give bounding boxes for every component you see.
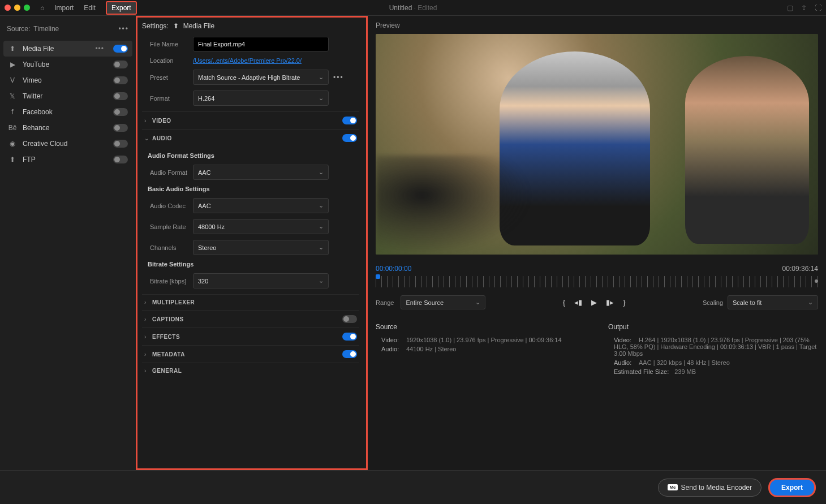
chevron-right-icon: › xyxy=(144,334,152,340)
audio-format-select[interactable]: AAC⌄ xyxy=(193,165,329,180)
youtube-icon: ▶ xyxy=(8,61,17,68)
destination-toggle[interactable] xyxy=(113,140,128,148)
destination-label: Twitter xyxy=(23,92,107,100)
timeline-ruler[interactable] xyxy=(376,276,818,287)
range-select[interactable]: Entire Source⌄ xyxy=(401,295,485,309)
sidebar-item-ftp[interactable]: ⬆FTP xyxy=(0,152,136,167)
footer-bar: Me Send to Media Encoder Export xyxy=(0,470,826,504)
section-audio[interactable]: ⌄ AUDIO xyxy=(142,129,359,147)
destination-toggle[interactable] xyxy=(113,108,128,116)
scaling-select[interactable]: Scale to fit⌄ xyxy=(728,295,818,309)
export-button[interactable]: Export xyxy=(768,478,816,497)
twitter-icon: 𝕏 xyxy=(8,92,17,100)
more-icon[interactable]: ••• xyxy=(95,45,104,53)
video-preview[interactable] xyxy=(376,34,818,255)
mark-out-icon[interactable]: } xyxy=(623,298,625,307)
chevron-right-icon: › xyxy=(144,351,152,357)
more-icon[interactable]: ••• xyxy=(118,25,129,33)
section-effects[interactable]: › EFFECTS xyxy=(142,328,359,345)
top-bar: ⌂ Import Edit Export Untitled · Edited ▢… xyxy=(0,0,826,16)
top-menu: ⌂ Import Edit Export xyxy=(40,1,137,15)
preview-label: Preview xyxy=(376,21,818,29)
home-icon[interactable]: ⌂ xyxy=(40,4,44,12)
destination-toggle[interactable] xyxy=(113,61,128,68)
chevron-down-icon: ⌄ xyxy=(319,74,324,81)
metadata-toggle[interactable] xyxy=(342,350,357,358)
section-metadata[interactable]: › METADATA xyxy=(142,345,359,363)
destination-label: FTP xyxy=(23,156,107,163)
output-info: Output Video:H.264 | 1920x1038 (1.0) | 2… xyxy=(608,323,818,377)
timecode-start[interactable]: 00:00:00:00 xyxy=(376,265,411,273)
source-selector[interactable]: Source: Timeline ••• xyxy=(0,21,136,41)
destination-toggle[interactable] xyxy=(113,156,128,163)
chevron-down-icon: ⌄ xyxy=(808,299,813,306)
chevron-down-icon: ⌄ xyxy=(319,202,324,209)
sidebar-item-twitter[interactable]: 𝕏Twitter xyxy=(0,88,136,104)
minimize-icon[interactable] xyxy=(14,5,20,11)
destination-toggle[interactable] xyxy=(113,76,128,84)
chevron-down-icon: ⌄ xyxy=(319,169,324,176)
destination-label: YouTube xyxy=(23,61,107,68)
cc-icon: ◉ xyxy=(8,140,17,148)
section-general[interactable]: › GENERAL xyxy=(142,363,359,378)
fullscreen-icon[interactable]: ⛶ xyxy=(815,4,821,12)
sample-rate-select[interactable]: 48000 Hz⌄ xyxy=(193,219,329,234)
menu-export[interactable]: Export xyxy=(106,1,137,15)
destination-toggle[interactable] xyxy=(113,45,128,53)
chevron-right-icon: › xyxy=(144,118,152,124)
section-video[interactable]: › VIDEO xyxy=(142,111,359,129)
file-name-input[interactable] xyxy=(193,37,329,51)
audio-codec-select[interactable]: AAC⌄ xyxy=(193,198,329,213)
behance-icon: Bē xyxy=(8,124,17,132)
play-icon[interactable]: ▶ xyxy=(591,298,597,307)
maximize-icon[interactable] xyxy=(24,5,30,11)
preset-more-icon[interactable]: ••• xyxy=(333,74,344,81)
step-back-icon[interactable]: ◂▮ xyxy=(574,298,582,307)
ftp-icon: ⬆ xyxy=(8,156,17,163)
chevron-right-icon: › xyxy=(144,368,152,374)
sidebar-item-behance[interactable]: BēBehance xyxy=(0,120,136,136)
chevron-down-icon: ⌄ xyxy=(475,299,480,306)
share-icon[interactable]: ⇪ xyxy=(801,4,807,12)
video-toggle[interactable] xyxy=(342,117,357,124)
sidebar-item-youtube[interactable]: ▶YouTube xyxy=(0,57,136,72)
timecode-end: 00:09:36:14 xyxy=(782,265,818,273)
media-encoder-icon: Me xyxy=(668,484,677,490)
menu-import[interactable]: Import xyxy=(54,4,74,12)
export-icon: ⬆ xyxy=(173,22,179,30)
sidebar-item-vimeo[interactable]: VVimeo xyxy=(0,72,136,88)
export-icon: ⬆ xyxy=(8,45,17,53)
section-captions[interactable]: › CAPTIONS xyxy=(142,310,359,328)
chevron-down-icon: ⌄ xyxy=(319,94,324,102)
format-select[interactable]: H.264⌄ xyxy=(193,91,329,106)
close-icon[interactable] xyxy=(5,5,11,11)
audio-toggle[interactable] xyxy=(342,134,357,142)
captions-toggle[interactable] xyxy=(342,315,357,323)
layout-icon[interactable]: ▢ xyxy=(787,4,793,12)
source-info: Source Video:1920x1038 (1.0) | 23.976 fp… xyxy=(376,323,586,377)
destination-label: Facebook xyxy=(23,108,107,116)
channels-select[interactable]: Stereo⌄ xyxy=(193,240,329,255)
preset-select[interactable]: Match Source - Adaptive High Bitrate⌄ xyxy=(193,70,329,85)
mark-in-icon[interactable]: { xyxy=(563,298,565,307)
effects-toggle[interactable] xyxy=(342,333,357,341)
preview-panel: Preview 00:00:00:00 00:09:36:14 Range En… xyxy=(368,16,826,470)
sidebar-item-creative-cloud[interactable]: ◉Creative Cloud xyxy=(0,136,136,152)
destination-label: Creative Cloud xyxy=(23,140,107,148)
location-link[interactable]: /Users/..ents/Adobe/Premiere Pro/22.0/ xyxy=(193,57,302,64)
step-forward-icon[interactable]: ▮▸ xyxy=(606,298,614,307)
section-multiplexer[interactable]: › MULTIPLEXER xyxy=(142,294,359,310)
menu-edit[interactable]: Edit xyxy=(84,4,96,12)
destination-toggle[interactable] xyxy=(113,124,128,132)
vimeo-icon: V xyxy=(8,76,17,84)
chevron-down-icon: ⌄ xyxy=(319,244,324,251)
destination-label: Behance xyxy=(23,124,107,132)
sidebar-item-facebook[interactable]: fFacebook xyxy=(0,104,136,120)
facebook-icon: f xyxy=(8,108,17,116)
bitrate-select[interactable]: 320⌄ xyxy=(193,273,329,288)
window-controls[interactable] xyxy=(5,5,30,11)
settings-panel: Settings: ⬆ Media File File Name Locatio… xyxy=(136,16,368,470)
destination-toggle[interactable] xyxy=(113,92,128,100)
send-to-encoder-button[interactable]: Me Send to Media Encoder xyxy=(658,479,762,497)
sidebar-item-media-file[interactable]: ⬆Media File••• xyxy=(3,41,132,57)
